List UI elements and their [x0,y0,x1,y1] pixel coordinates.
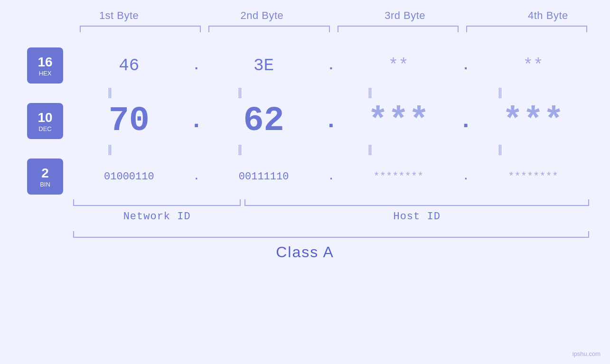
byte4-header: 4th Byte [477,9,610,22]
top-brackets [76,26,591,33]
hex-b3-value: ** [341,56,457,75]
eq3: ‖ [305,86,435,99]
dec-sep1: . [187,108,206,134]
bottom-section: Network ID Host ID Class A [19,198,591,261]
eq4: ‖ [435,86,565,99]
dec-b3-value: *** [341,102,457,140]
bin-b1-value: 01000110 [71,171,187,183]
hex-byte3: ** [341,56,457,75]
hex-dot1: . [189,58,204,73]
bin-dot1: . [189,171,204,183]
id-labels: Network ID Host ID [71,211,591,223]
bin-values: 01000110 . 00111110 . ******** . *******… [71,171,591,183]
class-bracket [71,230,591,238]
hex-sep3: . [456,58,475,73]
eq6: ‖ [175,143,305,156]
bin-byte3: ******** [341,171,457,183]
dec-dot1: . [189,108,204,134]
eq8: ‖ [435,143,565,156]
byte1-header: 1st Byte [47,9,190,22]
host-bracket [243,198,591,206]
dec-base-text: DEC [38,125,51,132]
hex-byte2: 3E [206,56,322,75]
dec-label-box: 10 DEC [27,103,63,139]
dec-byte1: 70 [71,102,187,140]
class-label: Class A [19,243,591,261]
hex-b4-value: ** [475,56,591,75]
bin-dot3: . [459,171,473,183]
dec-b2-value: 62 [206,102,322,140]
bin-byte2: 00111110 [206,171,322,183]
hex-dot3: . [459,58,473,73]
eq2: ‖ [175,86,305,99]
main-container: 1st Byte 2nd Byte 3rd Byte 4th Byte 16 H… [0,0,610,364]
hex-sep2: . [322,58,341,73]
equals-row-1: ‖ ‖ ‖ ‖ [45,86,565,99]
bottom-brackets [71,198,591,206]
bin-sep3: . [456,171,475,183]
network-bracket [71,198,243,206]
bin-b3-value: ******** [341,171,457,183]
host-id-label: Host ID [243,211,591,223]
dec-sep3: . [456,108,475,134]
bin-sep2: . [322,171,341,183]
dec-base-num: 10 [38,110,52,125]
dec-row: 10 DEC 70 . 62 . *** . *** [19,102,591,140]
bracket-byte3 [338,26,459,33]
byte3-header: 3rd Byte [334,9,477,22]
eq5: ‖ [45,143,175,156]
hex-label-container: 16 HEX [19,47,71,84]
hex-row: 16 HEX 46 . 3E . ** . ** [19,47,591,84]
bin-label-container: 2 BIN [19,159,71,195]
dec-label-container: 10 DEC [19,103,71,139]
byte2-header: 2nd Byte [190,9,333,22]
hex-byte4: ** [475,56,591,75]
eq7: ‖ [305,143,435,156]
dec-byte4: *** [475,102,591,140]
dec-b1-value: 70 [71,102,187,140]
dec-dot2: . [324,108,338,134]
bin-sep1: . [187,171,206,183]
bin-byte1: 01000110 [71,171,187,183]
bin-label-box: 2 BIN [27,159,63,195]
eq1: ‖ [45,86,175,99]
dec-byte2: 62 [206,102,322,140]
bin-base-text: BIN [40,181,50,188]
dec-byte3: *** [341,102,457,140]
dec-values: 70 . 62 . *** . *** [71,102,591,140]
hex-dot2: . [324,58,338,73]
hex-byte1: 46 [71,56,187,75]
hex-values: 46 . 3E . ** . ** [71,56,591,75]
bracket-byte4 [466,26,587,33]
bin-b4-value: ******** [475,171,591,183]
bin-base-num: 2 [41,166,49,181]
bin-byte4: ******** [475,171,591,183]
hex-b2-value: 3E [206,56,322,75]
dec-dot3: . [459,108,473,134]
watermark: ipshu.com [572,350,601,357]
dec-b4-value: *** [475,102,591,140]
bin-row: 2 BIN 01000110 . 00111110 . ******** . [19,159,591,195]
bin-dot2: . [324,171,338,183]
hex-b1-value: 46 [71,56,187,75]
equals-row-2: ‖ ‖ ‖ ‖ [45,143,565,156]
bracket-byte1 [80,26,201,33]
hex-sep1: . [187,58,206,73]
dec-sep2: . [322,108,341,134]
bin-b2-value: 00111110 [206,171,322,183]
byte-headers: 1st Byte 2nd Byte 3rd Byte 4th Byte [47,9,610,22]
bracket-byte2 [208,26,329,33]
hex-label-box: 16 HEX [27,47,63,84]
hex-base-text: HEX [39,70,52,77]
hex-base-num: 16 [38,55,52,70]
network-id-label: Network ID [71,211,243,223]
